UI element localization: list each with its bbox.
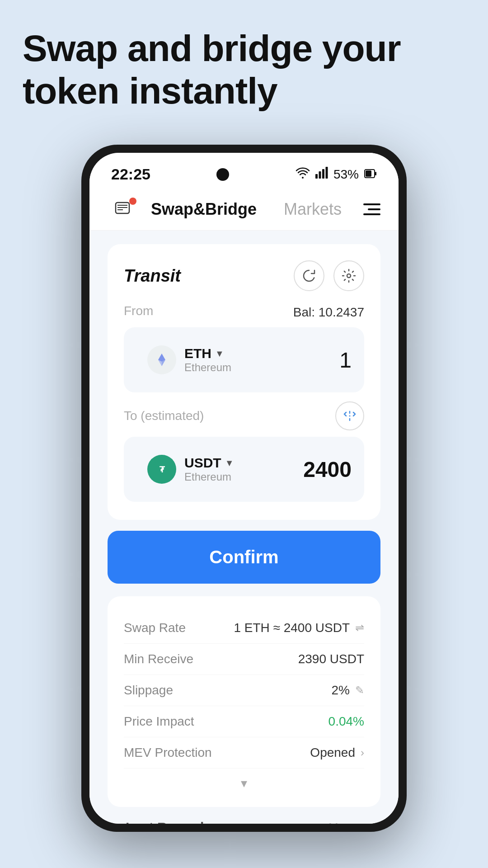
swap-rate-icon: ⇌ <box>355 622 364 634</box>
settings-button[interactable] <box>333 260 364 291</box>
hero-section: Swap and bridge your token instantly <box>23 27 465 113</box>
notifications-button[interactable] <box>108 196 139 223</box>
last-record-bar: Last Record More › <box>108 807 380 824</box>
slippage-value: 2% ✎ <box>332 683 364 698</box>
to-label: To (estimated) <box>124 409 204 423</box>
phone-screen: 22:25 <box>89 153 399 824</box>
to-token-chain: Ethereum <box>184 471 234 483</box>
last-record-more[interactable]: More › <box>328 821 362 824</box>
status-time: 22:25 <box>111 165 150 183</box>
svg-point-16 <box>349 415 351 417</box>
hero-title: Swap and bridge your token instantly <box>23 27 465 113</box>
swap-arrow-section: To (estimated) <box>124 401 364 430</box>
slippage-edit-icon[interactable]: ✎ <box>355 684 364 697</box>
to-token-amount: 2400 <box>303 457 352 482</box>
slippage-label: Slippage <box>124 683 173 698</box>
battery-percentage: 53% <box>333 167 359 182</box>
from-row: From Bal: 10.2437 <box>124 304 364 321</box>
svg-rect-6 <box>375 172 376 175</box>
from-token-row: ETH ▼ Ethereum 1 <box>124 327 364 392</box>
battery-icon <box>364 168 377 181</box>
svg-rect-2 <box>322 169 324 179</box>
to-token-symbol: USDT ▼ <box>184 455 234 471</box>
eth-token-info: ETH ▼ Ethereum <box>184 346 231 374</box>
last-record-label: Last Record <box>126 820 204 824</box>
mev-protection-label: MEV Protection <box>124 745 212 760</box>
slippage-row[interactable]: Slippage 2% ✎ <box>124 675 364 706</box>
tab-markets[interactable]: Markets <box>284 200 342 219</box>
swap-rate-value: 1 ETH ≈ 2400 USDT ⇌ <box>234 621 364 635</box>
wifi-icon <box>296 167 310 182</box>
mev-protection-row[interactable]: MEV Protection Opened › <box>124 737 364 769</box>
min-receive-label: Min Receive <box>124 652 193 666</box>
mev-chevron-icon: › <box>361 746 364 759</box>
price-impact-value: 0.04% <box>328 714 364 729</box>
status-bar: 22:25 <box>89 153 399 189</box>
status-icons: 53% <box>296 167 377 182</box>
camera-notch <box>216 168 229 181</box>
price-impact-label: Price Impact <box>124 714 194 729</box>
svg-rect-3 <box>325 167 328 179</box>
phone-wrapper: 22:25 <box>81 145 407 832</box>
info-card: Swap Rate 1 ETH ≈ 2400 USDT ⇌ Min Receiv… <box>108 596 380 807</box>
signal-icon <box>315 167 328 182</box>
svg-rect-0 <box>315 174 318 179</box>
eth-logo <box>147 345 176 374</box>
min-receive-row: Min Receive 2390 USDT <box>124 644 364 675</box>
transit-brand: Transit <box>124 266 181 286</box>
tab-swap-bridge[interactable]: Swap&Bridge <box>151 200 257 219</box>
collapse-arrow[interactable]: ▾ <box>124 776 364 791</box>
card-header: Transit <box>124 260 364 291</box>
svg-point-11 <box>347 274 351 278</box>
svg-rect-1 <box>319 171 321 179</box>
confirm-button[interactable]: Confirm <box>108 531 380 584</box>
transit-card: Transit <box>108 244 380 520</box>
screen-content: Transit <box>89 231 399 824</box>
from-label: From <box>124 304 153 318</box>
price-impact-row: Price Impact 0.04% <box>124 706 364 737</box>
nav-bar: Swap&Bridge Markets <box>89 189 399 231</box>
to-token-row: ₮ USDT ▼ Ethereum 2400 <box>124 437 364 502</box>
notification-badge <box>129 198 136 205</box>
to-token-selector[interactable]: ₮ USDT ▼ Ethereum <box>136 446 263 493</box>
min-receive-value: 2390 USDT <box>298 652 364 666</box>
swap-direction-button[interactable] <box>335 401 364 430</box>
nav-titles: Swap&Bridge Markets <box>139 200 353 219</box>
from-token-symbol: ETH ▼ <box>184 346 231 361</box>
from-token-selector[interactable]: ETH ▼ Ethereum <box>136 336 263 383</box>
svg-rect-5 <box>366 170 371 177</box>
usdt-logo: ₮ <box>147 455 176 484</box>
from-token-chain: Ethereum <box>184 361 231 374</box>
usdt-token-info: USDT ▼ Ethereum <box>184 455 234 483</box>
from-token-amount[interactable]: 1 <box>339 348 352 373</box>
mev-protection-value: Opened › <box>310 745 364 760</box>
refresh-button[interactable] <box>294 260 324 291</box>
menu-button[interactable] <box>353 203 380 215</box>
card-actions <box>294 260 364 291</box>
balance-label: Bal: 10.2437 <box>293 305 364 320</box>
phone-frame: 22:25 <box>81 145 407 832</box>
swap-rate-label: Swap Rate <box>124 621 186 635</box>
swap-rate-row: Swap Rate 1 ETH ≈ 2400 USDT ⇌ <box>124 613 364 644</box>
